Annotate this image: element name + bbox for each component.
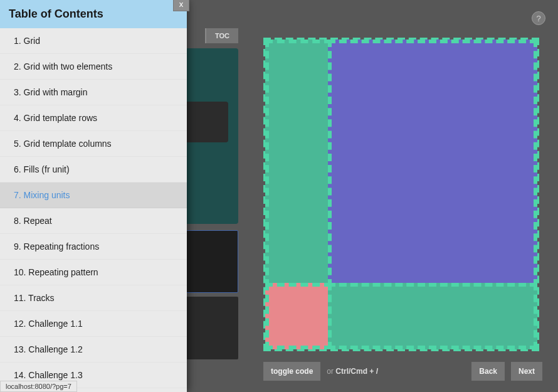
help-button[interactable]: ? [532, 11, 545, 25]
grid-cell-4 [328, 283, 537, 349]
toc-item-active[interactable]: 7. Mixing units [0, 183, 187, 208]
toc-list[interactable]: 1. Grid 2. Grid with two elements 3. Gri… [0, 28, 187, 392]
toc-close-button[interactable]: x [173, 0, 189, 11]
toc-item[interactable]: 12. Challenge 1.1 [0, 311, 187, 337]
toc-item[interactable]: 1. Grid [0, 28, 187, 54]
toc-open-button[interactable]: TOC [205, 28, 238, 43]
toc-item[interactable]: 6. Fills (fr unit) [0, 157, 187, 183]
preview-panel: ? toggle code or Ctrl/Cmd + / Back Next [248, 0, 558, 392]
toc-item[interactable]: 10. Repeating pattern [0, 260, 187, 285]
grid-cell-2 [328, 40, 537, 287]
toc-item[interactable]: 13. Challenge 1.2 [0, 337, 187, 363]
grid-cell-3 [265, 283, 332, 349]
toc-item[interactable]: 2. Grid with two elements [0, 54, 187, 80]
toc-item[interactable]: 5. Grid template columns [0, 131, 187, 157]
toc-panel: Table of Contents x 1. Grid 2. Grid with… [0, 0, 187, 392]
toc-item[interactable]: 8. Repeat [0, 208, 187, 234]
next-button[interactable]: Next [511, 362, 542, 381]
back-button[interactable]: Back [471, 362, 505, 381]
grid-cell-1 [265, 40, 332, 287]
status-bar: localhost:8080/?pg=7 [0, 381, 77, 392]
bottom-toolbar: toggle code or Ctrl/Cmd + / Back Next [263, 362, 542, 381]
toc-item[interactable]: 9. Repeating fractions [0, 234, 187, 260]
toc-item[interactable]: 3. Grid with margin [0, 80, 187, 105]
toggle-code-button[interactable]: toggle code [263, 362, 320, 381]
toc-button-bar: TOC [205, 28, 238, 43]
toc-title: Table of Contents x [0, 0, 187, 28]
toc-item[interactable]: 11. Tracks [0, 285, 187, 311]
toc-item[interactable]: 4. Grid template rows [0, 105, 187, 131]
shortcut-hint: or Ctrl/Cmd + / [327, 367, 378, 376]
grid-preview [263, 38, 539, 351]
